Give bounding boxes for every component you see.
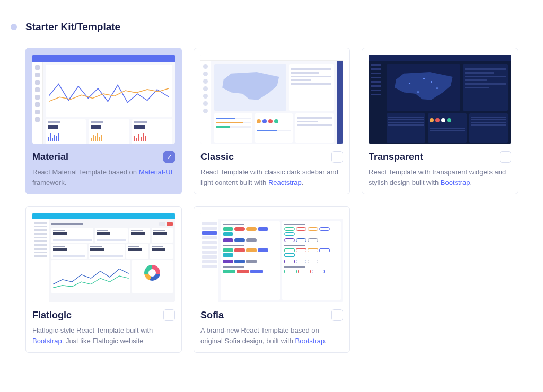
template-card-sofia[interactable]: Sofia A brand-new React Template based o…: [194, 206, 350, 353]
template-title: Transparent: [369, 152, 423, 163]
template-title: Classic: [200, 152, 234, 163]
template-checkbox[interactable]: [331, 151, 343, 163]
template-checkbox[interactable]: [331, 309, 343, 321]
template-card-classic[interactable]: Classic React Template with classic dark…: [194, 48, 350, 194]
template-title: Flatlogic: [32, 310, 72, 321]
template-checkbox[interactable]: ✓: [163, 151, 175, 163]
preview-sofia: [200, 213, 343, 302]
bullet-icon: [11, 24, 17, 30]
desc-link[interactable]: Bootstrap: [32, 337, 62, 345]
template-title: Sofia: [200, 310, 224, 321]
template-checkbox[interactable]: [500, 151, 511, 163]
template-description: A brand-new React Template based on orig…: [200, 325, 343, 346]
preview-flatlogic: [32, 213, 175, 302]
template-card-transparent[interactable]: Transparent React Template with transpar…: [362, 48, 518, 194]
template-description: Flatlogic-style React Template built wit…: [32, 325, 175, 346]
template-checkbox[interactable]: [163, 309, 175, 321]
template-description: React Material Template based on Materia…: [32, 167, 175, 188]
check-icon: ✓: [167, 154, 172, 161]
desc-link[interactable]: Reactstrap: [268, 179, 302, 186]
template-description: React Template with classic dark sidebar…: [200, 167, 343, 188]
template-card-material[interactable]: Material ✓ React Material Template based…: [25, 48, 182, 194]
desc-link[interactable]: Material-UI: [139, 168, 173, 176]
section-title: Starter Kit/Template: [25, 21, 120, 33]
desc-link[interactable]: Bootstrap: [441, 179, 470, 186]
preview-classic: [200, 55, 343, 144]
template-title: Material: [32, 152, 68, 163]
preview-material: [32, 55, 175, 144]
section-header: Starter Kit/Template: [11, 21, 532, 33]
preview-transparent: [369, 55, 511, 144]
template-card-flatlogic[interactable]: Flatlogic Flatlogic-style React Template…: [25, 206, 182, 353]
desc-link[interactable]: Bootstrap: [295, 337, 325, 345]
template-grid: Material ✓ React Material Template based…: [25, 48, 532, 353]
template-description: React Template with transparent widgets …: [369, 167, 511, 188]
